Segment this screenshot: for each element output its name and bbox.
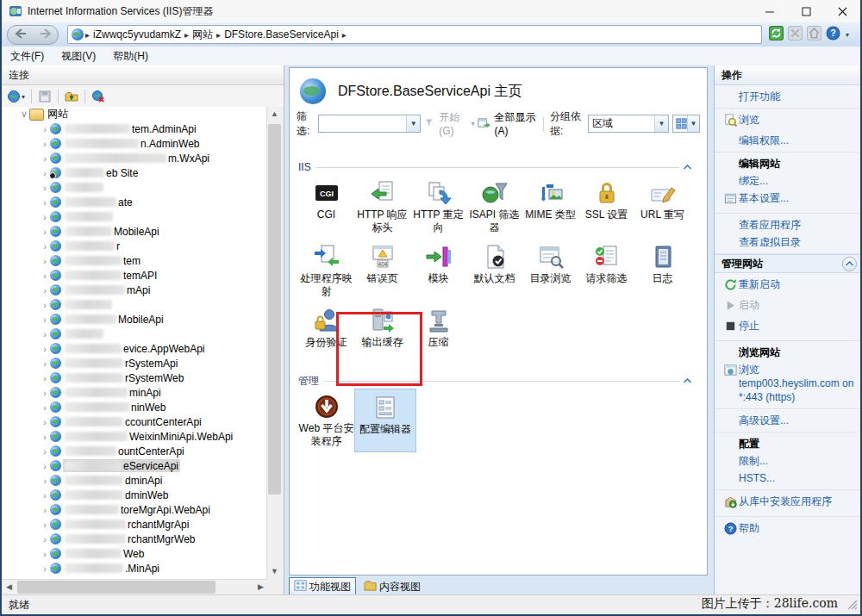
expand-icon[interactable]: › xyxy=(40,549,50,559)
action-basic-settings[interactable]: 基本设置... xyxy=(715,190,862,210)
action-label[interactable]: 帮助 xyxy=(739,521,759,535)
tree-site-item[interactable]: › ninWeb xyxy=(2,400,268,414)
tree-hscroll-thumb[interactable] xyxy=(17,581,216,594)
save-connections-button[interactable] xyxy=(36,89,53,104)
restart-site-icon[interactable] xyxy=(769,26,784,43)
collapse-section-icon[interactable] xyxy=(679,375,695,387)
action-label[interactable]: HSTS... xyxy=(739,471,775,485)
collapse-group-button[interactable] xyxy=(842,257,857,271)
resize-grip[interactable] xyxy=(847,600,858,613)
tree-site-item[interactable]: › evice.AppWebApi xyxy=(2,341,268,356)
expand-icon[interactable]: › xyxy=(40,534,50,544)
expand-icon[interactable]: › xyxy=(40,446,50,457)
action-label[interactable]: 查看应用程序 xyxy=(739,218,801,232)
filter-dropdown-icon[interactable]: ▼ xyxy=(406,115,420,132)
action-label[interactable]: 绑定... xyxy=(739,174,768,188)
action-label[interactable]: 打开功能 xyxy=(739,90,780,103)
scroll-left-icon[interactable]: ◀ xyxy=(2,580,16,594)
filter-combobox[interactable]: ▼ xyxy=(318,115,421,133)
tree-site-item[interactable]: › mApi xyxy=(2,283,268,297)
expand-icon[interactable]: › xyxy=(40,241,50,252)
action-label[interactable]: 基本设置... xyxy=(739,191,789,205)
tree-site-item[interactable]: › eServiceApi xyxy=(2,458,268,473)
scroll-down-icon[interactable]: ▼ xyxy=(267,564,282,579)
expand-icon[interactable]: › xyxy=(40,227,50,237)
collapse-section-icon[interactable] xyxy=(679,161,695,173)
feature-directory-browsing[interactable]: 目录浏览 xyxy=(522,239,578,302)
tree-site-item[interactable]: › dminWeb xyxy=(2,488,268,502)
maximize-button[interactable] xyxy=(788,0,824,22)
tree-site-item[interactable]: › tem.AdminApi xyxy=(2,121,268,136)
go-dropdown-icon[interactable]: ▾ xyxy=(471,120,474,128)
tree-site-item[interactable]: › temAPI xyxy=(2,268,268,283)
tree-site-item[interactable]: › MobileApi xyxy=(2,312,268,327)
action-link[interactable]: 高级设置... xyxy=(715,412,862,429)
close-button[interactable] xyxy=(824,0,860,22)
tree-site-item[interactable]: › rchantMgrApi xyxy=(2,517,268,532)
tree-site-item[interactable]: › .MinApi xyxy=(2,561,268,576)
action-label[interactable]: 浏览 xyxy=(739,113,759,127)
tree-root[interactable]: ∨ 网站 xyxy=(2,107,268,121)
feature-output-caching[interactable]: 输出缓存 xyxy=(354,302,410,366)
tree-site-item[interactable]: › rSystemApi xyxy=(2,356,268,370)
tree-site-item[interactable]: › n.AdminWeb xyxy=(2,136,268,151)
tree-site-item[interactable]: › rSystemWeb xyxy=(2,370,268,385)
expand-icon[interactable]: › xyxy=(40,329,50,339)
address-breadcrumb-input[interactable]: ▸ iZwwqc5yvudamkZ▸网站▸DFStore.BaseService… xyxy=(67,25,762,44)
menu-item[interactable]: 视图(V) xyxy=(53,49,104,64)
scroll-up-icon[interactable]: ▲ xyxy=(267,107,282,121)
feature-request-filtering[interactable]: 请求筛选 xyxy=(578,239,634,302)
feature-http-redirect[interactable]: HTTP 重定向 xyxy=(410,175,466,239)
feature-web-platform-installer[interactable]: Web 平台安装程序 xyxy=(298,389,354,452)
action-link[interactable]: 编辑权限... xyxy=(715,132,862,149)
action-install[interactable]: 从库中安装应用程序 xyxy=(715,493,862,513)
back-button[interactable] xyxy=(15,28,27,41)
feature-handler-mappings[interactable]: 处理程序映射 xyxy=(298,239,354,302)
tree-site-item[interactable]: › Web xyxy=(2,546,268,561)
action-link[interactable]: 绑定... xyxy=(715,172,862,190)
tree-vscroll-thumb[interactable] xyxy=(268,124,281,495)
expand-icon[interactable]: › xyxy=(40,197,50,208)
help-dropdown-icon[interactable]: ▾ xyxy=(846,31,849,39)
up-refresh-button[interactable] xyxy=(63,89,80,104)
delete-connection-button[interactable] xyxy=(90,89,107,104)
expand-icon[interactable]: › xyxy=(40,505,50,515)
action-stop[interactable]: 停止 xyxy=(715,317,862,338)
action-label[interactable]: 停止 xyxy=(739,319,759,333)
action-start[interactable]: 启动 xyxy=(715,296,862,317)
expand-icon[interactable]: › xyxy=(40,358,50,369)
action-restart[interactable]: 重新启动 xyxy=(715,276,862,296)
feature-modules[interactable]: 模块 xyxy=(410,239,466,302)
menu-item[interactable]: 文件(F) xyxy=(2,49,53,64)
feature-mime-types[interactable]: MIME 类型 xyxy=(522,175,578,239)
expand-icon[interactable]: › xyxy=(40,344,50,354)
tree-vertical-scrollbar[interactable]: ▲ ▼ xyxy=(266,107,282,579)
tree-site-item[interactable]: › ccountCenterApi xyxy=(2,414,268,429)
action-label[interactable]: 查看虚拟目录 xyxy=(739,235,801,249)
feature-url-rewrite[interactable]: URL 重写 xyxy=(634,175,690,239)
expand-icon[interactable]: › xyxy=(40,271,50,281)
show-all-button[interactable]: 全部显示(A) xyxy=(494,110,537,137)
tree-site-item[interactable]: › ountCenterApi xyxy=(2,444,268,458)
tree-site-item[interactable]: › r xyxy=(2,239,268,253)
expand-icon[interactable]: › xyxy=(40,520,50,530)
feature-ssl-settings[interactable]: SSL 设置 xyxy=(578,175,634,239)
feature-http-response-headers[interactable]: HTTP 响应标头 xyxy=(354,175,410,239)
breadcrumb-item[interactable]: 网站 xyxy=(192,28,213,40)
feature-configuration-editor[interactable]: 配置编辑器 xyxy=(354,389,416,452)
tree-site-item[interactable]: › toreMgrApi.WebApi xyxy=(2,502,268,517)
tree-site-item[interactable]: › rchantMgrWeb xyxy=(2,532,268,546)
tree-site-item[interactable]: › tem xyxy=(2,253,268,268)
tree-site-item[interactable]: › MobileApi xyxy=(2,224,268,239)
group-by-combobox[interactable]: 区域▼ xyxy=(588,115,669,133)
tree-site-item[interactable]: › xyxy=(2,180,268,195)
forward-button[interactable] xyxy=(40,28,52,41)
expand-icon[interactable]: › xyxy=(40,461,50,471)
view-switch-dropdown-icon[interactable]: ▼ xyxy=(687,115,699,132)
feature-isapi-filters[interactable]: ISAPI 筛选器 xyxy=(466,175,522,239)
expand-icon[interactable]: › xyxy=(40,388,50,398)
tree-site-item[interactable]: › ate xyxy=(2,195,268,209)
action-help[interactable]: ? 帮助 xyxy=(715,520,862,540)
expand-icon[interactable]: › xyxy=(40,490,50,501)
feature-cgi[interactable]: CGICGI xyxy=(298,175,354,239)
